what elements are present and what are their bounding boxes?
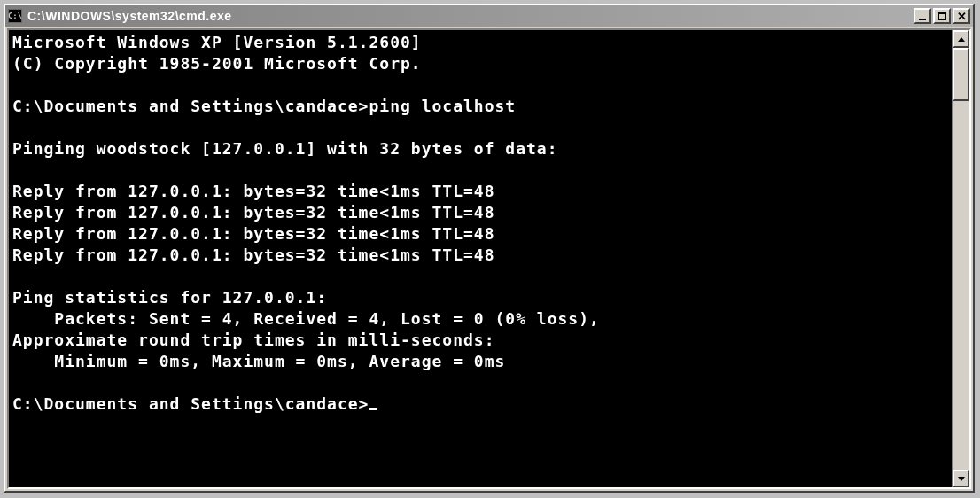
arrow-down-icon [958,477,965,481]
scroll-up-button[interactable] [953,30,969,48]
scroll-thumb[interactable] [953,48,969,101]
scroll-down-button[interactable] [953,470,969,487]
cmd-icon: C:\ [8,9,22,23]
minimize-button[interactable] [914,8,931,24]
maximize-button[interactable] [933,8,951,24]
cmd-icon-text: C:\ [8,12,22,20]
arrow-up-icon [958,37,965,42]
console-output[interactable]: Microsoft Windows XP [Version 5.1.2600] … [9,30,952,487]
close-icon: ✕ [957,11,967,22]
console-container: Microsoft Windows XP [Version 5.1.2600] … [7,28,971,489]
command-prompt-window: C:\ C:\WINDOWS\system32\cmd.exe ✕ Micros… [4,4,975,493]
minimize-icon [919,19,926,20]
window-controls: ✕ [914,8,970,24]
titlebar[interactable]: C:\ C:\WINDOWS\system32\cmd.exe ✕ [5,5,973,27]
maximize-icon [938,12,946,20]
window-title: C:\WINDOWS\system32\cmd.exe [26,9,914,23]
vertical-scrollbar[interactable] [952,30,969,487]
cursor [369,408,377,410]
scroll-track[interactable] [953,48,969,470]
close-button[interactable]: ✕ [953,8,970,24]
